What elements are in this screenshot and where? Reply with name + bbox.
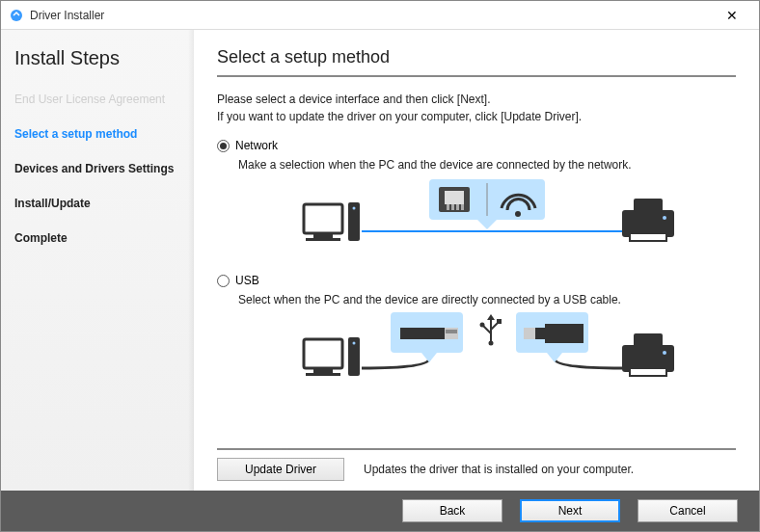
svg-marker-27 [421,353,437,362]
svg-marker-35 [487,314,495,320]
usb-illustration [238,310,736,397]
svg-point-16 [515,211,521,217]
intro-text: Please select a device interface and the… [217,91,736,125]
step-devices-drivers: Devices and Drivers Settings [14,162,180,175]
svg-rect-12 [447,204,449,210]
svg-rect-22 [313,368,333,373]
svg-rect-28 [400,328,445,339]
svg-point-25 [353,342,356,345]
svg-rect-40 [524,328,535,339]
svg-marker-37 [547,353,562,362]
step-install-update: Install/Update [14,197,180,210]
step-eula: End User License Agreement [14,93,180,106]
svg-point-44 [663,351,666,355]
svg-rect-15 [461,204,464,210]
step-setup-method: Select a setup method [14,127,180,141]
usb-desc: Select when the PC and the device are di… [238,293,736,306]
update-driver-row: Update Driver Updates the driver that is… [217,448,736,481]
svg-point-20 [663,216,666,220]
svg-rect-19 [630,233,666,241]
svg-rect-2 [313,233,333,238]
option-usb: USB Select when the PC and the device ar… [217,274,736,401]
intro-line-2: If you want to update the driver on your… [217,108,736,125]
cancel-button[interactable]: Cancel [638,499,738,522]
page-title: Select a setup method [217,47,736,67]
radio-network-label: Network [235,139,278,152]
radio-usb[interactable]: USB [217,274,736,287]
svg-point-5 [353,207,356,210]
close-button[interactable]: ✕ [713,8,751,23]
svg-rect-23 [306,373,340,376]
step-complete: Complete [14,231,180,245]
svg-rect-34 [497,319,502,324]
network-illustration [238,175,736,262]
svg-rect-38 [545,324,584,343]
svg-rect-42 [634,333,663,347]
radio-network[interactable]: Network [217,139,736,152]
update-driver-desc: Updates the driver that is installed on … [364,463,634,476]
option-network: Network Make a selection when the PC and… [217,139,736,266]
svg-rect-14 [456,204,459,210]
radio-network-indicator [217,140,230,152]
network-desc: Make a selection when the PC and the dev… [238,158,736,172]
intro-line-1: Please select a device interface and the… [217,91,736,108]
radio-usb-label: USB [235,274,259,287]
back-button[interactable]: Back [402,499,502,522]
footer: Back Next Cancel [1,491,759,531]
svg-rect-30 [446,330,457,333]
svg-rect-1 [304,204,342,233]
svg-rect-11 [445,191,464,204]
svg-point-0 [11,10,22,21]
next-button[interactable]: Next [520,499,620,522]
titlebar: Driver Installer ✕ [1,1,759,30]
svg-rect-13 [451,204,454,210]
svg-rect-18 [634,199,663,212]
main-panel: Select a setup method Please select a de… [194,30,759,491]
svg-rect-3 [306,238,340,241]
svg-marker-8 [477,220,497,229]
sidebar-heading: Install Steps [14,47,180,69]
svg-rect-21 [304,339,342,368]
svg-point-33 [480,323,485,328]
app-icon [9,8,24,23]
svg-rect-43 [630,368,666,376]
update-driver-button[interactable]: Update Driver [217,458,344,481]
radio-usb-indicator [217,275,230,287]
window-title: Driver Installer [30,9,713,22]
sidebar: Install Steps End User License Agreement… [1,30,194,491]
title-rule [217,75,736,77]
